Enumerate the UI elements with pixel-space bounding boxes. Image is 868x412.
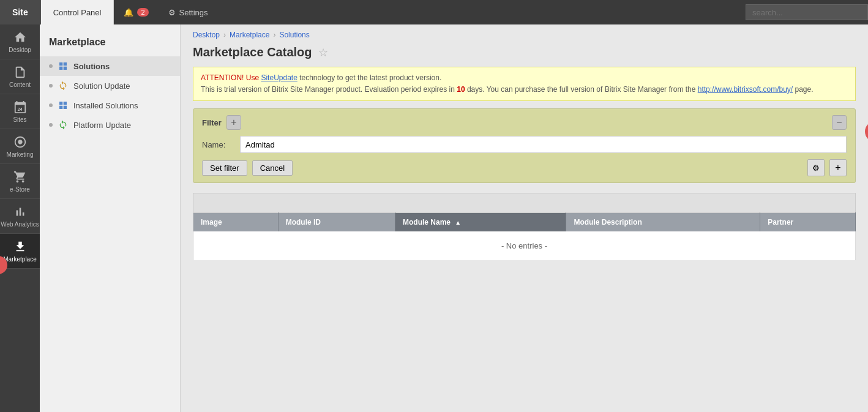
nav-item-platform-update[interactable]: Platform Update	[40, 115, 180, 135]
attention-days: 10	[457, 85, 465, 94]
main-content: Desktop › Marketplace › Solutions Market…	[181, 24, 868, 412]
download-icon	[13, 240, 27, 253]
filter-label: Filter	[202, 118, 222, 127]
attention-prefix: ATTENTION! Use	[201, 73, 261, 82]
results-table: Image Module ID Module Name ▲ Module Des…	[193, 212, 856, 261]
breadcrumb-solutions[interactable]: Solutions	[279, 31, 309, 39]
page-header: Marketplace Catalog ☆	[181, 43, 868, 67]
step3-badge: 3	[865, 121, 868, 142]
notifications-button[interactable]: 🔔 2	[114, 0, 158, 24]
site-update-link[interactable]: SiteUpdate	[261, 73, 297, 82]
attention-line2-middle: days. You can purchase the full version …	[465, 85, 698, 94]
nav-item-installed-solutions[interactable]: Installed Solutions	[40, 96, 180, 115]
sidebar-item-sites[interactable]: 24 Sites	[0, 94, 40, 129]
sidebar-item-marketplace[interactable]: Marketplace 1	[0, 234, 40, 269]
filter-header: Filter + −	[202, 115, 847, 130]
target-icon	[13, 135, 27, 149]
settings-button[interactable]: ⚙ Settings	[159, 0, 218, 24]
col-image[interactable]: Image	[193, 213, 279, 232]
attention-banner: ATTENTION! Use SiteUpdate technology to …	[193, 67, 856, 101]
breadcrumb-sep2: ›	[273, 31, 275, 39]
no-entries-cell: - No entries -	[193, 231, 856, 261]
filter-section: Filter + − Name: Set filter Cancel ⚙ + 3	[193, 108, 856, 183]
sort-arrow-icon: ▲	[455, 219, 461, 226]
table-section: Image Module ID Module Name ▲ Module Des…	[193, 193, 856, 261]
control-panel-tab[interactable]: Control Panel	[41, 0, 114, 24]
filter-collapse-button[interactable]: −	[832, 115, 847, 130]
sidebar-icons: Desktop Content 24 Sites Marketing e-Sto…	[0, 24, 40, 412]
page-title: Marketplace Catalog	[193, 45, 312, 59]
platform-update-icon	[58, 119, 69, 130]
dot-icon	[49, 103, 53, 107]
dot-icon	[49, 64, 53, 68]
notifications-badge: 2	[137, 8, 148, 17]
installed-icon	[58, 100, 69, 111]
filter-plus-button[interactable]: +	[829, 159, 847, 176]
nav-panel-title: Marketplace	[40, 31, 180, 56]
filter-name-label: Name:	[202, 140, 233, 149]
filter-settings-button[interactable]: ⚙	[807, 159, 825, 176]
cancel-filter-button[interactable]: Cancel	[252, 160, 293, 176]
col-module-description[interactable]: Module Description	[566, 213, 760, 232]
home-icon	[13, 31, 27, 44]
calendar-icon: 24	[13, 100, 27, 114]
site-button[interactable]: Site	[0, 0, 41, 24]
dot-icon	[49, 84, 53, 88]
analytics-icon	[13, 205, 27, 219]
sidebar-item-web-analytics[interactable]: Web Analytics	[0, 199, 40, 234]
cart-icon	[13, 170, 27, 184]
breadcrumb-sep1: ›	[223, 31, 226, 39]
table-toolbar	[193, 193, 856, 212]
col-module-id[interactable]: Module ID	[278, 213, 395, 232]
top-bar: Site Control Panel 🔔 2 ⚙ Settings	[0, 0, 868, 24]
filter-row: Name:	[202, 136, 847, 153]
attention-line2-prefix: This is trial version of Bitrix Site Man…	[201, 85, 457, 94]
bell-icon: 🔔	[124, 8, 133, 17]
gear-icon: ⚙	[812, 163, 820, 173]
attention-line2-suffix: page.	[793, 85, 813, 94]
table-row-empty: - No entries -	[193, 231, 856, 261]
favorite-icon[interactable]: ☆	[318, 46, 328, 59]
dot-icon	[49, 123, 53, 127]
sidebar-item-desktop[interactable]: Desktop	[0, 24, 40, 59]
search-input[interactable]	[746, 4, 868, 20]
breadcrumb: Desktop › Marketplace › Solutions	[181, 24, 868, 43]
content-icon	[13, 66, 27, 79]
svg-text:24: 24	[17, 107, 22, 112]
sidebar-item-estore[interactable]: e-Store	[0, 164, 40, 199]
search-container	[746, 4, 868, 20]
breadcrumb-desktop[interactable]: Desktop	[193, 31, 220, 39]
filter-name-input[interactable]	[240, 136, 847, 153]
breadcrumb-marketplace[interactable]: Marketplace	[230, 31, 269, 39]
col-partner[interactable]: Partner	[760, 213, 856, 232]
sidebar-item-content[interactable]: Content	[0, 59, 40, 94]
filter-actions: Set filter Cancel ⚙ +	[202, 159, 847, 176]
sidebar-item-marketing[interactable]: Marketing	[0, 129, 40, 164]
solutions-icon	[58, 61, 69, 72]
gear-icon: ⚙	[168, 8, 176, 17]
solution-update-icon	[58, 80, 69, 91]
nav-item-solutions[interactable]: Solutions	[40, 56, 180, 76]
set-filter-button[interactable]: Set filter	[202, 160, 247, 176]
attention-suffix1: technology to get the latest product ver…	[297, 73, 441, 82]
col-module-name[interactable]: Module Name ▲	[395, 213, 566, 232]
filter-add-button[interactable]: +	[226, 115, 241, 130]
buy-link[interactable]: http://www.bitrixsoft.com/buy/	[698, 85, 793, 94]
nav-item-solution-update[interactable]: Solution Update	[40, 76, 180, 96]
nav-panel: Marketplace Solutions Solution Update In…	[40, 24, 181, 412]
